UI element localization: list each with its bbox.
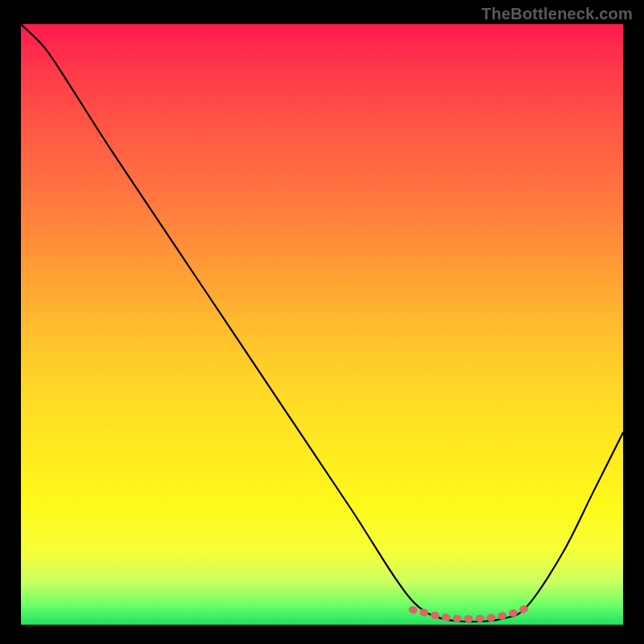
bottleneck-curve [21, 24, 623, 621]
watermark-text: TheBottleneck.com [481, 5, 633, 23]
curve-svg [21, 24, 623, 625]
plot-area [21, 24, 623, 625]
plot-frame [21, 24, 623, 625]
chart-container: TheBottleneck.com [0, 0, 644, 644]
